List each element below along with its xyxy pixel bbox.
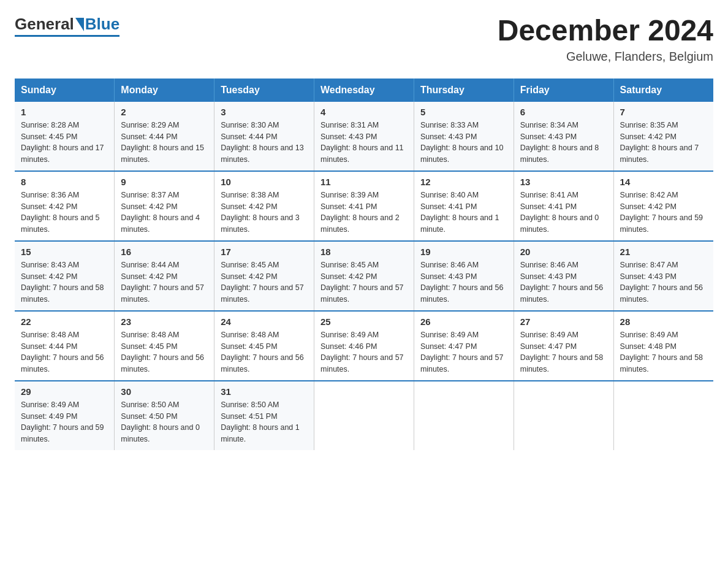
day-cell (414, 381, 514, 450)
day-cell: 1 Sunrise: 8:28 AM Sunset: 4:45 PM Dayli… (15, 102, 115, 171)
day-cell (314, 381, 414, 450)
day-number: 11 (320, 177, 408, 187)
day-cell: 20 Sunrise: 8:46 AM Sunset: 4:43 PM Dayl… (514, 241, 613, 311)
header-day-friday: Friday (514, 79, 613, 102)
day-info: Sunrise: 8:46 AM Sunset: 4:43 PM Dayligh… (420, 259, 507, 305)
day-number: 6 (520, 107, 607, 117)
day-info: Sunrise: 8:49 AM Sunset: 4:46 PM Dayligh… (320, 329, 408, 375)
day-info: Sunrise: 8:42 AM Sunset: 4:42 PM Dayligh… (620, 190, 707, 236)
day-info: Sunrise: 8:35 AM Sunset: 4:42 PM Dayligh… (620, 120, 707, 166)
day-cell: 11 Sunrise: 8:39 AM Sunset: 4:41 PM Dayl… (314, 171, 414, 241)
day-number: 20 (520, 247, 607, 257)
logo-blue-part: Blue (74, 15, 119, 34)
day-cell: 8 Sunrise: 8:36 AM Sunset: 4:42 PM Dayli… (15, 171, 115, 241)
day-info: Sunrise: 8:31 AM Sunset: 4:43 PM Dayligh… (320, 120, 408, 166)
day-info: Sunrise: 8:28 AM Sunset: 4:45 PM Dayligh… (21, 120, 108, 166)
day-number: 9 (121, 177, 208, 187)
week-row-2: 8 Sunrise: 8:36 AM Sunset: 4:42 PM Dayli… (15, 171, 713, 241)
day-number: 5 (420, 107, 507, 117)
location: Geluwe, Flanders, Belgium (498, 50, 713, 64)
day-number: 22 (21, 316, 108, 327)
day-info: Sunrise: 8:37 AM Sunset: 4:42 PM Dayligh… (121, 190, 208, 236)
day-info: Sunrise: 8:36 AM Sunset: 4:42 PM Dayligh… (21, 190, 108, 236)
logo: General Blue (15, 15, 119, 37)
day-cell: 24 Sunrise: 8:48 AM Sunset: 4:45 PM Dayl… (214, 311, 314, 381)
calendar-header: SundayMondayTuesdayWednesdayThursdayFrid… (15, 79, 713, 102)
day-cell: 14 Sunrise: 8:42 AM Sunset: 4:42 PM Dayl… (613, 171, 713, 241)
day-cell: 25 Sunrise: 8:49 AM Sunset: 4:46 PM Dayl… (314, 311, 414, 381)
day-cell: 19 Sunrise: 8:46 AM Sunset: 4:43 PM Dayl… (414, 241, 514, 311)
title-section: December 2024 Geluwe, Flanders, Belgium (498, 15, 713, 64)
day-number: 23 (121, 316, 208, 327)
day-number: 30 (121, 386, 208, 397)
calendar-body: 1 Sunrise: 8:28 AM Sunset: 4:45 PM Dayli… (15, 102, 713, 450)
day-number: 28 (620, 316, 707, 327)
day-info: Sunrise: 8:34 AM Sunset: 4:43 PM Dayligh… (520, 120, 607, 166)
day-number: 25 (320, 316, 408, 327)
page-header: General Blue December 2024 Geluwe, Fland… (15, 15, 713, 64)
logo-triangle-icon (75, 18, 84, 31)
day-number: 7 (620, 107, 707, 117)
day-info: Sunrise: 8:49 AM Sunset: 4:49 PM Dayligh… (21, 399, 108, 445)
header-day-saturday: Saturday (613, 79, 713, 102)
day-cell: 28 Sunrise: 8:49 AM Sunset: 4:48 PM Dayl… (613, 311, 713, 381)
header-row: SundayMondayTuesdayWednesdayThursdayFrid… (15, 79, 713, 102)
header-day-thursday: Thursday (414, 79, 514, 102)
logo-blue: Blue (85, 15, 119, 34)
day-cell: 26 Sunrise: 8:49 AM Sunset: 4:47 PM Dayl… (414, 311, 514, 381)
header-day-sunday: Sunday (15, 79, 115, 102)
day-cell: 17 Sunrise: 8:45 AM Sunset: 4:42 PM Dayl… (214, 241, 314, 311)
day-info: Sunrise: 8:39 AM Sunset: 4:41 PM Dayligh… (320, 190, 408, 236)
day-cell: 13 Sunrise: 8:41 AM Sunset: 4:41 PM Dayl… (514, 171, 613, 241)
day-number: 4 (320, 107, 408, 117)
day-cell: 12 Sunrise: 8:40 AM Sunset: 4:41 PM Dayl… (414, 171, 514, 241)
day-info: Sunrise: 8:50 AM Sunset: 4:51 PM Dayligh… (221, 399, 308, 445)
day-number: 1 (21, 107, 108, 117)
day-number: 8 (21, 177, 108, 187)
day-number: 21 (620, 247, 707, 257)
day-cell: 7 Sunrise: 8:35 AM Sunset: 4:42 PM Dayli… (613, 102, 713, 171)
day-number: 26 (420, 316, 507, 327)
day-number: 13 (520, 177, 607, 187)
header-day-monday: Monday (115, 79, 214, 102)
day-cell: 3 Sunrise: 8:30 AM Sunset: 4:44 PM Dayli… (214, 102, 314, 171)
day-cell: 16 Sunrise: 8:44 AM Sunset: 4:42 PM Dayl… (115, 241, 214, 311)
header-day-wednesday: Wednesday (314, 79, 414, 102)
day-number: 24 (221, 316, 308, 327)
day-number: 15 (21, 247, 108, 257)
day-number: 12 (420, 177, 507, 187)
day-number: 29 (21, 386, 108, 397)
day-cell (613, 381, 713, 450)
day-number: 19 (420, 247, 507, 257)
day-cell: 22 Sunrise: 8:48 AM Sunset: 4:44 PM Dayl… (15, 311, 115, 381)
day-info: Sunrise: 8:48 AM Sunset: 4:45 PM Dayligh… (121, 329, 208, 375)
day-info: Sunrise: 8:38 AM Sunset: 4:42 PM Dayligh… (221, 190, 308, 236)
day-cell: 29 Sunrise: 8:49 AM Sunset: 4:49 PM Dayl… (15, 381, 115, 450)
day-cell: 21 Sunrise: 8:47 AM Sunset: 4:43 PM Dayl… (613, 241, 713, 311)
calendar-table: SundayMondayTuesdayWednesdayThursdayFrid… (15, 79, 713, 450)
week-row-5: 29 Sunrise: 8:49 AM Sunset: 4:49 PM Dayl… (15, 381, 713, 450)
day-info: Sunrise: 8:41 AM Sunset: 4:41 PM Dayligh… (520, 190, 607, 236)
day-info: Sunrise: 8:43 AM Sunset: 4:42 PM Dayligh… (21, 259, 108, 305)
day-info: Sunrise: 8:29 AM Sunset: 4:44 PM Dayligh… (121, 120, 208, 166)
logo-general: General (15, 15, 74, 34)
logo-underline (15, 35, 119, 37)
week-row-1: 1 Sunrise: 8:28 AM Sunset: 4:45 PM Dayli… (15, 102, 713, 171)
day-number: 3 (221, 107, 308, 117)
day-info: Sunrise: 8:46 AM Sunset: 4:43 PM Dayligh… (520, 259, 607, 305)
day-cell: 18 Sunrise: 8:45 AM Sunset: 4:42 PM Dayl… (314, 241, 414, 311)
day-number: 10 (221, 177, 308, 187)
day-number: 31 (221, 386, 308, 397)
day-info: Sunrise: 8:50 AM Sunset: 4:50 PM Dayligh… (121, 399, 208, 445)
day-cell: 31 Sunrise: 8:50 AM Sunset: 4:51 PM Dayl… (214, 381, 314, 450)
day-number: 17 (221, 247, 308, 257)
day-number: 18 (320, 247, 408, 257)
day-cell: 6 Sunrise: 8:34 AM Sunset: 4:43 PM Dayli… (514, 102, 613, 171)
day-cell: 10 Sunrise: 8:38 AM Sunset: 4:42 PM Dayl… (214, 171, 314, 241)
day-info: Sunrise: 8:49 AM Sunset: 4:47 PM Dayligh… (420, 329, 507, 375)
day-info: Sunrise: 8:48 AM Sunset: 4:44 PM Dayligh… (21, 329, 108, 375)
header-day-tuesday: Tuesday (214, 79, 314, 102)
day-info: Sunrise: 8:45 AM Sunset: 4:42 PM Dayligh… (221, 259, 308, 305)
day-cell: 23 Sunrise: 8:48 AM Sunset: 4:45 PM Dayl… (115, 311, 214, 381)
day-cell: 9 Sunrise: 8:37 AM Sunset: 4:42 PM Dayli… (115, 171, 214, 241)
